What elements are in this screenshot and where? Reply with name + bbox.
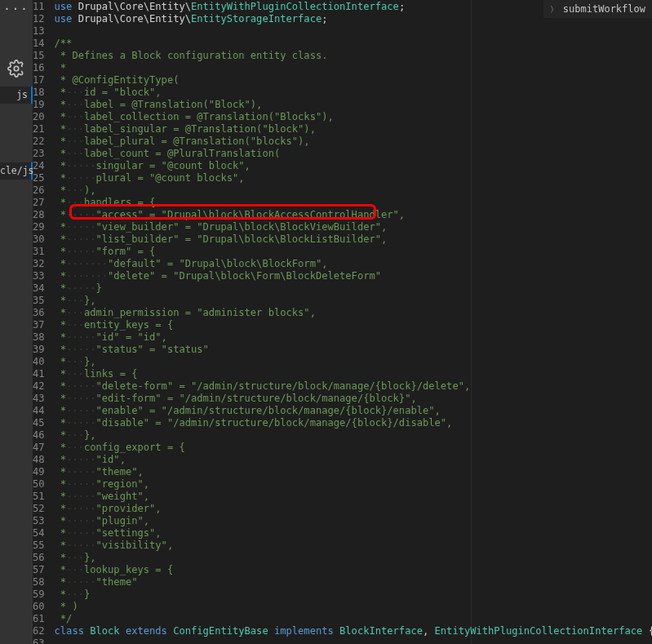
line-number: 39 <box>33 344 45 356</box>
code-line[interactable]: *·······"default" = "Drupal\block\BlockF… <box>55 258 652 270</box>
line-number: 27 <box>33 197 45 209</box>
code-line[interactable]: *···label_singular = @Translation("block… <box>55 123 652 135</box>
code-line[interactable]: *···id = "block", <box>55 87 652 99</box>
code-line[interactable]: *···handlers = { <box>55 197 652 209</box>
code-line[interactable]: *·····} <box>55 282 652 295</box>
code-line[interactable]: *···entity_keys = { <box>55 319 652 331</box>
code-line[interactable]: *·····"region", <box>55 478 652 491</box>
code-line[interactable]: *·····"delete-form" = "/admin/structure/… <box>55 380 652 393</box>
line-number: 29 <box>33 221 45 233</box>
line-number: 53 <box>33 515 45 527</box>
line-number: 28 <box>33 209 45 221</box>
code-line[interactable]: *·····"theme" <box>55 576 652 588</box>
code-line[interactable]: *·····"provider", <box>55 503 652 515</box>
code-line[interactable]: *···}, <box>55 429 652 442</box>
code-line[interactable]: *···label_plural = @Translation("blocks"… <box>55 135 652 148</box>
line-number: 44 <box>33 405 45 417</box>
line-number: 47 <box>33 442 45 454</box>
code-line[interactable]: *·····"visibility", <box>55 540 652 552</box>
open-editors-tabs: js cle/js <box>0 87 33 238</box>
editor-tab[interactable]: js <box>0 87 33 104</box>
code-line[interactable]: *···label_collection = @Translation("Blo… <box>55 111 652 123</box>
code-line[interactable]: *···} <box>55 588 652 601</box>
code-line[interactable]: *···admin_permission = "administer block… <box>55 307 652 319</box>
code-line[interactable]: *···}, <box>55 295 652 307</box>
code-line[interactable]: *···label_count = @PluralTranslation( <box>55 148 652 160</box>
line-number: 23 <box>33 148 45 160</box>
code-line[interactable]: *···label = @Translation("Block"), <box>55 99 652 111</box>
code-line[interactable]: *·····"weight", <box>55 491 652 503</box>
line-number: 55 <box>33 540 45 552</box>
code-line[interactable]: *···config_export = { <box>55 442 652 454</box>
code-line[interactable]: * @ConfigEntityType( <box>55 74 652 87</box>
line-number: 50 <box>33 478 45 491</box>
code-line[interactable]: *·····"view_builder" = "Drupal\block\Blo… <box>55 221 652 233</box>
code-line[interactable]: *·····"list_builder" = "Drupal\block\Blo… <box>55 233 652 246</box>
code-line[interactable]: *···lookup_keys = { <box>55 564 652 576</box>
code-line[interactable]: *·····"enable" = "/admin/structure/block… <box>55 405 652 417</box>
code-line[interactable]: *·······"delete" = "Drupal\block\Form\Bl… <box>55 270 652 282</box>
line-number: 20 <box>33 111 45 123</box>
line-number: 58 <box>33 576 45 588</box>
line-number: 25 <box>33 172 45 184</box>
line-number: 12 <box>33 13 45 25</box>
line-number: 37 <box>33 319 45 331</box>
code-line[interactable]: *·····plural = "@count blocks", <box>55 172 652 184</box>
code-line[interactable]: * Defines a Block configuration entity c… <box>55 50 652 62</box>
line-number: 11 <box>33 1 45 13</box>
code-line[interactable]: *·····"status" = "status" <box>55 344 652 356</box>
line-number: 19 <box>33 99 45 111</box>
code-line[interactable]: *···links = { <box>55 368 652 380</box>
line-number: 34 <box>33 282 45 295</box>
line-number: 57 <box>33 564 45 576</box>
code-line[interactable] <box>55 637 652 644</box>
line-number: 30 <box>33 233 45 246</box>
line-number: 32 <box>33 258 45 270</box>
line-number: 22 <box>33 135 45 148</box>
code-line[interactable]: *·····"id", <box>55 454 652 466</box>
line-number: 62 <box>33 625 45 637</box>
line-number: 60 <box>33 601 45 613</box>
svg-point-0 <box>14 66 19 71</box>
line-number: 17 <box>33 74 45 87</box>
code-line[interactable]: use Drupal\Core\Entity\EntityStorageInte… <box>55 13 652 25</box>
code-line[interactable]: *···), <box>55 184 652 197</box>
code-line[interactable]: *···}, <box>55 356 652 368</box>
line-number: 43 <box>33 393 45 405</box>
code-line[interactable]: /** <box>55 38 652 50</box>
line-number: 24 <box>33 160 45 172</box>
code-line[interactable]: *·····"settings", <box>55 527 652 540</box>
line-number: 54 <box>33 527 45 540</box>
line-number: 51 <box>33 491 45 503</box>
code-line[interactable]: *·····"theme", <box>55 466 652 478</box>
line-number: 61 <box>33 613 45 625</box>
code-editor[interactable]: 1112131415161718192021222324252627282930… <box>33 0 652 644</box>
code-content[interactable]: use Drupal\Core\Entity\EntityWithPluginC… <box>55 0 652 644</box>
code-line[interactable]: *·····"edit-form" = "/admin/structure/bl… <box>55 393 652 405</box>
code-line[interactable]: class Block extends ConfigEntityBase imp… <box>55 625 652 637</box>
code-line[interactable]: *·····"form" = { <box>55 246 652 258</box>
editor-tab[interactable]: cle/js <box>0 162 33 180</box>
code-line[interactable]: * ) <box>55 601 652 613</box>
code-line[interactable]: *·····singular = "@count block", <box>55 160 652 172</box>
line-number: 13 <box>33 25 45 38</box>
line-number-gutter: 1112131415161718192021222324252627282930… <box>33 0 55 644</box>
line-number: 15 <box>33 50 45 62</box>
code-line[interactable]: *···}, <box>55 552 652 564</box>
code-line[interactable]: *·····"id" = "id", <box>55 331 652 344</box>
line-number: 26 <box>33 184 45 197</box>
settings-icon[interactable] <box>7 60 25 81</box>
code-line[interactable]: */ <box>55 613 652 625</box>
code-line[interactable]: *·····"plugin", <box>55 515 652 527</box>
code-line[interactable]: *·····"access" = "Drupal\block\BlockAcce… <box>55 209 652 221</box>
line-number: 31 <box>33 246 45 258</box>
code-line[interactable]: * <box>55 62 652 74</box>
line-number: 48 <box>33 454 45 466</box>
line-number: 18 <box>33 87 45 99</box>
code-line[interactable] <box>55 25 652 38</box>
line-number: 41 <box>33 368 45 380</box>
line-number: 38 <box>33 331 45 344</box>
more-icon[interactable]: ··· <box>3 3 29 16</box>
code-line[interactable]: *·····"disable" = "/admin/structure/bloc… <box>55 417 652 429</box>
code-line[interactable]: use Drupal\Core\Entity\EntityWithPluginC… <box>55 1 652 13</box>
